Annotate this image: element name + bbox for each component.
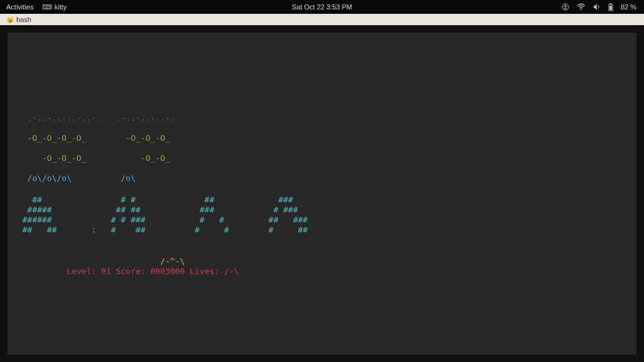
window-tabbar: 😸 bash — [0, 14, 644, 25]
tab-label: bash — [16, 16, 31, 23]
terminal-window: .-..-..-..-..-. .-..-..-..-. -O_-O_-O_-O… — [0, 25, 644, 362]
battery-percent: 82 % — [621, 3, 636, 11]
terrain-row-1: ## # # ## ### — [8, 195, 293, 205]
svg-rect-5 — [609, 6, 612, 10]
terminal-tab[interactable]: 😸 bash — [3, 16, 35, 23]
svg-rect-4 — [610, 3, 611, 4]
terminal-viewport[interactable]: .-..-..-..-..-. .-..-..-..-. -O_-O_-O_-O… — [8, 33, 636, 354]
enemies-row-3: -O_-O_-O_ -O_-O_ — [8, 153, 170, 163]
gnome-topbar: Activities ⌨ kitty Sat Oct 22 3:53 PM 82… — [0, 0, 644, 14]
enemies-row-1: .-..-..-..-..-. .-..-..-..-. — [8, 113, 175, 123]
app-menu[interactable]: ⌨ kitty — [42, 3, 67, 11]
terrain-row-3: ###### # # ### # # ## ### — [8, 215, 308, 225]
player-ship: /-^-\ — [8, 256, 185, 266]
volume-icon — [593, 3, 601, 11]
enemies-row-4: /o\/o\/o\ /o\ — [8, 173, 136, 184]
svg-point-2 — [580, 9, 582, 10]
terrain-row-2: ##### ## ## ### # ### — [8, 205, 298, 215]
clock[interactable]: Sat Oct 22 3:53 PM — [292, 3, 352, 11]
svg-point-1 — [565, 5, 566, 6]
kitty-tab-icon: 😸 — [6, 16, 14, 23]
terrain-row-4: ## ## : # ## # # # ## — [8, 225, 308, 235]
app-name: kitty — [54, 3, 67, 11]
battery-icon — [608, 3, 613, 11]
status-line: Level: 01 Score: 0003000 Lives: /-\ — [8, 266, 239, 277]
wifi-icon — [577, 3, 586, 11]
enemies-row-2: -O_-O_-O_-O_ -O_-O_-O_ — [8, 133, 170, 143]
activities-button[interactable]: Activities — [6, 3, 33, 11]
accessibility-icon — [562, 3, 569, 11]
kitty-icon: ⌨ — [42, 3, 52, 11]
system-status-area[interactable]: 82 % — [562, 3, 644, 11]
